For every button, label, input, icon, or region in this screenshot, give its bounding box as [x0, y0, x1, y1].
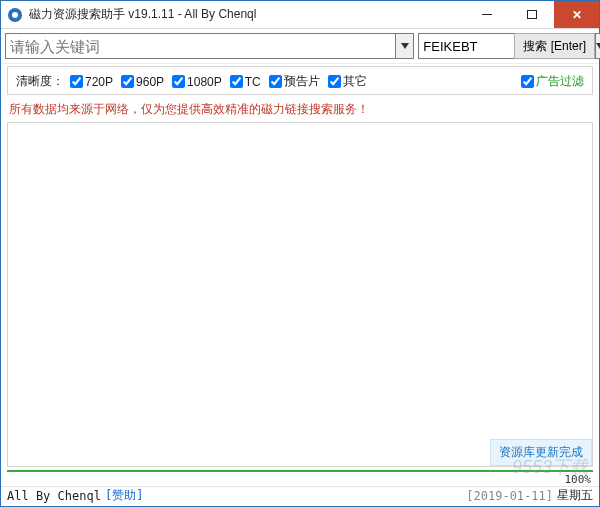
keyword-dropdown-button[interactable]: [396, 33, 414, 59]
filter-other[interactable]: 其它: [328, 73, 367, 90]
filter-720p[interactable]: 720P: [70, 75, 113, 89]
progress-bar: [7, 469, 593, 473]
filter-row: 清晰度： 720P 960P 1080P TC 预告片 其它 广告过滤: [7, 66, 593, 95]
filter-1080p[interactable]: 1080P: [172, 75, 222, 89]
search-button[interactable]: 搜索 [Enter]: [514, 33, 595, 59]
ad-filter-checkbox[interactable]: 广告过滤: [521, 73, 584, 90]
notice-text: 所有数据均来源于网络，仅为您提供高效精准的磁力链接搜索服务！: [1, 97, 599, 122]
svg-point-1: [12, 12, 18, 18]
status-author: All By Chenql: [7, 489, 101, 503]
app-window: 磁力资源搜索助手 v19.1.11 - All By Chenql ✕ 搜索 […: [0, 0, 600, 507]
titlebar: 磁力资源搜索助手 v19.1.11 - All By Chenql ✕: [1, 1, 599, 29]
source-combobox: [418, 33, 510, 59]
svg-marker-2: [401, 43, 409, 49]
window-controls: ✕: [464, 1, 599, 28]
donate-link[interactable]: [赞助]: [105, 487, 143, 504]
filter-trailer[interactable]: 预告片: [269, 73, 320, 90]
status-date: [2019-01-11]: [466, 489, 553, 503]
status-bar: All By Chenql [赞助] [2019-01-11] 星期五: [1, 486, 599, 506]
close-button[interactable]: ✕: [554, 1, 599, 28]
status-weekday: 星期五: [557, 487, 593, 504]
filter-label: 清晰度：: [16, 73, 64, 90]
progress-percent: 100%: [1, 473, 599, 486]
progress-fill: [7, 470, 593, 472]
keyword-combobox: [5, 33, 414, 59]
svg-marker-3: [596, 43, 600, 49]
update-badge: 资源库更新完成: [490, 439, 592, 466]
window-title: 磁力资源搜索助手 v19.1.11 - All By Chenql: [29, 6, 464, 23]
search-row: 搜索 [Enter]: [1, 29, 599, 64]
filter-tc[interactable]: TC: [230, 75, 261, 89]
app-icon: [7, 7, 23, 23]
keyword-input[interactable]: [5, 33, 396, 59]
minimize-button[interactable]: [464, 1, 509, 28]
filter-960p[interactable]: 960P: [121, 75, 164, 89]
maximize-button[interactable]: [509, 1, 554, 28]
results-panel: 资源库更新完成: [7, 122, 593, 467]
source-dropdown-button[interactable]: [596, 33, 600, 59]
